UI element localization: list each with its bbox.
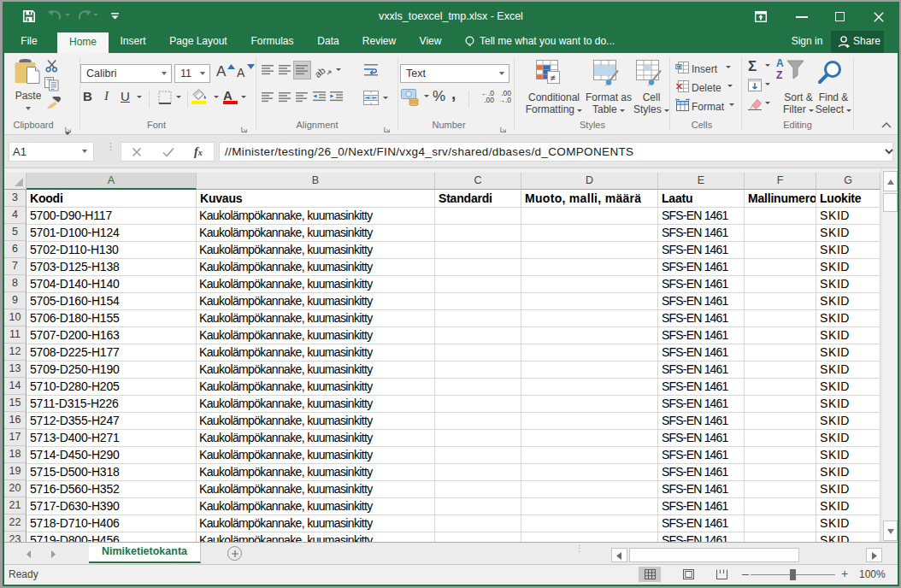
svg-text:≠: ≠ xyxy=(551,73,556,83)
svg-text:ab: ab xyxy=(315,65,327,79)
